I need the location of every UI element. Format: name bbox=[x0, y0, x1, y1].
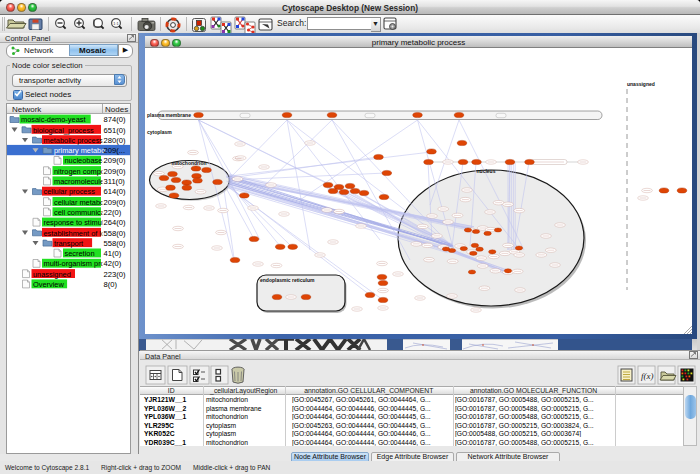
svg-text:establishment of lo: establishment of lo bbox=[44, 229, 106, 238]
svg-text:primary metabo: primary metabo bbox=[54, 146, 105, 155]
svg-text:metabolic process: metabolic process bbox=[44, 136, 104, 145]
svg-text:264(0): 264(0) bbox=[104, 218, 126, 227]
svg-text:nucleus: nucleus bbox=[477, 168, 496, 174]
svg-text:nucleobase-: nucleobase- bbox=[65, 156, 106, 165]
svg-text:response to stimulu: response to stimulu bbox=[44, 218, 108, 227]
svg-text:plasma membrane: plasma membrane bbox=[147, 112, 191, 118]
svg-text:cytoplasm: cytoplasm bbox=[147, 129, 172, 135]
svg-text:endoplasmic reticulum: endoplasmic reticulum bbox=[260, 277, 315, 283]
svg-text:mitochondrion: mitochondrion bbox=[172, 160, 207, 166]
svg-text:cell communicat: cell communicat bbox=[54, 208, 107, 217]
svg-text:223(0): 223(0) bbox=[104, 270, 126, 279]
svg-text:multi-organism pro: multi-organism pro bbox=[44, 259, 105, 268]
svg-text:311(0): 311(0) bbox=[104, 177, 126, 186]
svg-text:secretion: secretion bbox=[65, 249, 95, 258]
svg-text:f(x): f(x) bbox=[641, 371, 654, 381]
svg-text:transport: transport bbox=[54, 239, 83, 248]
svg-text:biological_process: biological_process bbox=[33, 126, 94, 135]
svg-text:8(0): 8(0) bbox=[104, 280, 118, 289]
svg-text:558(0): 558(0) bbox=[104, 229, 126, 238]
svg-text:651(0): 651(0) bbox=[104, 126, 126, 135]
svg-text:874(0): 874(0) bbox=[104, 115, 126, 124]
svg-text:mosaic-demo-yeast: mosaic-demo-yeast bbox=[21, 115, 85, 124]
svg-text:nitrogen compo: nitrogen compo bbox=[54, 167, 105, 176]
svg-text:209(0): 209(0) bbox=[104, 167, 126, 176]
svg-text:42(0): 42(0) bbox=[104, 259, 122, 268]
svg-text:cellular metabol: cellular metabol bbox=[54, 198, 106, 207]
svg-text:unassigned: unassigned bbox=[627, 81, 655, 87]
svg-text:209(0): 209(0) bbox=[104, 198, 126, 207]
svg-text:41(0): 41(0) bbox=[104, 249, 122, 258]
svg-text:558(0): 558(0) bbox=[104, 239, 126, 248]
svg-text:Overview: Overview bbox=[33, 280, 64, 289]
svg-text:macromolecule: macromolecule bbox=[54, 177, 104, 186]
svg-text:209(...: 209(... bbox=[104, 146, 126, 155]
svg-text:22(0): 22(0) bbox=[104, 208, 122, 217]
svg-text:280(0): 280(0) bbox=[104, 136, 126, 145]
svg-text:614(0): 614(0) bbox=[104, 187, 126, 196]
svg-text:cellular process: cellular process bbox=[44, 187, 96, 196]
svg-text:unassigned: unassigned bbox=[33, 270, 71, 279]
svg-text:209(0): 209(0) bbox=[104, 156, 126, 165]
